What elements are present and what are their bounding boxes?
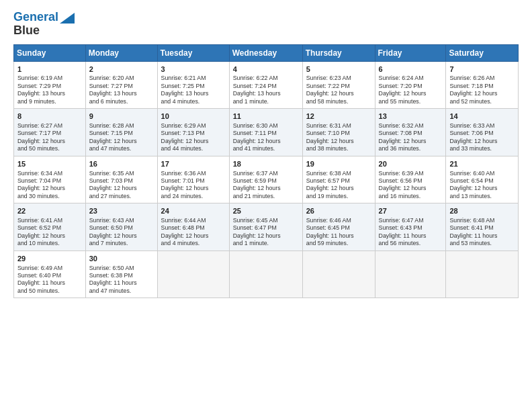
calendar-cell: 25Sunrise: 6:45 AM Sunset: 6:47 PM Dayli… bbox=[229, 203, 302, 251]
calendar-cell: 2Sunrise: 6:20 AM Sunset: 7:27 PM Daylig… bbox=[85, 61, 157, 109]
day-info: Sunrise: 6:22 AM Sunset: 7:24 PM Dayligh… bbox=[233, 75, 299, 105]
day-number: 5 bbox=[306, 64, 371, 75]
day-number: 13 bbox=[379, 111, 443, 122]
day-number: 14 bbox=[449, 111, 515, 122]
calendar-cell: 5Sunrise: 6:23 AM Sunset: 7:22 PM Daylig… bbox=[302, 61, 375, 109]
calendar-cell: 19Sunrise: 6:38 AM Sunset: 6:57 PM Dayli… bbox=[302, 156, 375, 203]
day-number: 23 bbox=[89, 206, 154, 216]
day-info: Sunrise: 6:38 AM Sunset: 6:57 PM Dayligh… bbox=[306, 170, 371, 201]
day-number: 24 bbox=[161, 206, 226, 216]
calendar-cell: 18Sunrise: 6:37 AM Sunset: 6:59 PM Dayli… bbox=[229, 156, 302, 203]
weekday-header: Sunday bbox=[14, 44, 86, 61]
day-info: Sunrise: 6:23 AM Sunset: 7:22 PM Dayligh… bbox=[306, 75, 371, 105]
day-number: 2 bbox=[89, 64, 154, 75]
day-number: 28 bbox=[449, 206, 515, 216]
day-info: Sunrise: 6:27 AM Sunset: 7:17 PM Dayligh… bbox=[17, 122, 82, 153]
day-info: Sunrise: 6:29 AM Sunset: 7:13 PM Dayligh… bbox=[161, 122, 226, 153]
day-number: 8 bbox=[17, 111, 82, 122]
calendar-cell: 7Sunrise: 6:26 AM Sunset: 7:18 PM Daylig… bbox=[446, 61, 519, 109]
logo-text: General bbox=[13, 11, 58, 24]
day-info: Sunrise: 6:45 AM Sunset: 6:47 PM Dayligh… bbox=[233, 217, 299, 248]
day-number: 25 bbox=[233, 206, 299, 216]
day-info: Sunrise: 6:21 AM Sunset: 7:25 PM Dayligh… bbox=[161, 75, 226, 105]
calendar-cell: 29Sunrise: 6:49 AM Sunset: 6:40 PM Dayli… bbox=[14, 250, 86, 298]
calendar-cell: 6Sunrise: 6:24 AM Sunset: 7:20 PM Daylig… bbox=[375, 61, 446, 109]
day-info: Sunrise: 6:47 AM Sunset: 6:43 PM Dayligh… bbox=[379, 217, 443, 248]
calendar: SundayMondayTuesdayWednesdayThursdayFrid… bbox=[13, 44, 519, 299]
calendar-cell: 15Sunrise: 6:34 AM Sunset: 7:04 PM Dayli… bbox=[14, 156, 86, 203]
day-info: Sunrise: 6:43 AM Sunset: 6:50 PM Dayligh… bbox=[89, 217, 154, 248]
day-number: 15 bbox=[17, 159, 82, 169]
day-info: Sunrise: 6:28 AM Sunset: 7:15 PM Dayligh… bbox=[89, 122, 154, 153]
day-number: 18 bbox=[233, 159, 299, 169]
logo-icon bbox=[60, 13, 75, 24]
calendar-week-row: 8Sunrise: 6:27 AM Sunset: 7:17 PM Daylig… bbox=[14, 109, 519, 156]
calendar-cell: 21Sunrise: 6:40 AM Sunset: 6:54 PM Dayli… bbox=[446, 156, 519, 203]
calendar-cell bbox=[302, 250, 375, 298]
page: General Blue SundayMondayTuesdayWednesda… bbox=[0, 0, 532, 411]
day-number: 7 bbox=[449, 64, 515, 75]
day-info: Sunrise: 6:34 AM Sunset: 7:04 PM Dayligh… bbox=[17, 170, 82, 201]
calendar-week-row: 29Sunrise: 6:49 AM Sunset: 6:40 PM Dayli… bbox=[14, 250, 519, 298]
calendar-header-row: SundayMondayTuesdayWednesdayThursdayFrid… bbox=[14, 44, 519, 61]
day-info: Sunrise: 6:40 AM Sunset: 6:54 PM Dayligh… bbox=[449, 170, 515, 201]
calendar-cell: 11Sunrise: 6:30 AM Sunset: 7:11 PM Dayli… bbox=[229, 109, 302, 156]
weekday-header: Tuesday bbox=[157, 44, 229, 61]
day-info: Sunrise: 6:31 AM Sunset: 7:10 PM Dayligh… bbox=[306, 122, 371, 153]
day-number: 12 bbox=[306, 111, 371, 122]
calendar-cell: 16Sunrise: 6:35 AM Sunset: 7:03 PM Dayli… bbox=[85, 156, 157, 203]
logo: General Blue bbox=[13, 11, 75, 38]
calendar-cell bbox=[229, 250, 302, 298]
logo-text2: Blue bbox=[13, 24, 40, 38]
day-number: 6 bbox=[379, 64, 443, 75]
calendar-cell: 3Sunrise: 6:21 AM Sunset: 7:25 PM Daylig… bbox=[157, 61, 229, 109]
day-info: Sunrise: 6:50 AM Sunset: 6:38 PM Dayligh… bbox=[89, 265, 154, 295]
weekday-header: Wednesday bbox=[229, 44, 302, 61]
weekday-header: Friday bbox=[375, 44, 446, 61]
day-info: Sunrise: 6:30 AM Sunset: 7:11 PM Dayligh… bbox=[233, 122, 299, 153]
calendar-cell: 12Sunrise: 6:31 AM Sunset: 7:10 PM Dayli… bbox=[302, 109, 375, 156]
calendar-cell: 4Sunrise: 6:22 AM Sunset: 7:24 PM Daylig… bbox=[229, 61, 302, 109]
calendar-cell: 8Sunrise: 6:27 AM Sunset: 7:17 PM Daylig… bbox=[14, 109, 86, 156]
calendar-cell: 1Sunrise: 6:19 AM Sunset: 7:29 PM Daylig… bbox=[14, 61, 86, 109]
day-number: 30 bbox=[89, 254, 154, 264]
day-number: 29 bbox=[17, 254, 82, 264]
day-info: Sunrise: 6:36 AM Sunset: 7:01 PM Dayligh… bbox=[161, 170, 226, 201]
day-info: Sunrise: 6:41 AM Sunset: 6:52 PM Dayligh… bbox=[17, 217, 82, 248]
calendar-cell: 20Sunrise: 6:39 AM Sunset: 6:56 PM Dayli… bbox=[375, 156, 446, 203]
calendar-cell: 26Sunrise: 6:46 AM Sunset: 6:45 PM Dayli… bbox=[302, 203, 375, 251]
day-info: Sunrise: 6:48 AM Sunset: 6:41 PM Dayligh… bbox=[449, 217, 515, 248]
calendar-cell: 22Sunrise: 6:41 AM Sunset: 6:52 PM Dayli… bbox=[14, 203, 86, 251]
day-number: 9 bbox=[89, 111, 154, 122]
day-info: Sunrise: 6:44 AM Sunset: 6:48 PM Dayligh… bbox=[161, 217, 226, 248]
calendar-week-row: 15Sunrise: 6:34 AM Sunset: 7:04 PM Dayli… bbox=[14, 156, 519, 203]
day-number: 1 bbox=[17, 64, 82, 75]
day-number: 10 bbox=[161, 111, 226, 122]
calendar-cell bbox=[157, 250, 229, 298]
day-info: Sunrise: 6:37 AM Sunset: 6:59 PM Dayligh… bbox=[233, 170, 299, 201]
calendar-cell: 14Sunrise: 6:33 AM Sunset: 7:06 PM Dayli… bbox=[446, 109, 519, 156]
day-number: 3 bbox=[161, 64, 226, 75]
header: General Blue bbox=[13, 11, 519, 38]
weekday-header: Thursday bbox=[302, 44, 375, 61]
weekday-header: Monday bbox=[85, 44, 157, 61]
svg-marker-0 bbox=[60, 13, 75, 24]
day-info: Sunrise: 6:24 AM Sunset: 7:20 PM Dayligh… bbox=[379, 75, 443, 105]
weekday-header: Saturday bbox=[446, 44, 519, 61]
day-info: Sunrise: 6:19 AM Sunset: 7:29 PM Dayligh… bbox=[17, 75, 82, 105]
day-info: Sunrise: 6:39 AM Sunset: 6:56 PM Dayligh… bbox=[379, 170, 443, 201]
day-number: 20 bbox=[379, 159, 443, 169]
day-info: Sunrise: 6:33 AM Sunset: 7:06 PM Dayligh… bbox=[449, 122, 515, 153]
calendar-cell bbox=[446, 250, 519, 298]
calendar-cell: 28Sunrise: 6:48 AM Sunset: 6:41 PM Dayli… bbox=[446, 203, 519, 251]
day-info: Sunrise: 6:46 AM Sunset: 6:45 PM Dayligh… bbox=[306, 217, 371, 248]
calendar-cell: 9Sunrise: 6:28 AM Sunset: 7:15 PM Daylig… bbox=[85, 109, 157, 156]
calendar-cell: 17Sunrise: 6:36 AM Sunset: 7:01 PM Dayli… bbox=[157, 156, 229, 203]
day-number: 21 bbox=[449, 159, 515, 169]
day-number: 17 bbox=[161, 159, 226, 169]
day-number: 11 bbox=[233, 111, 299, 122]
calendar-cell: 10Sunrise: 6:29 AM Sunset: 7:13 PM Dayli… bbox=[157, 109, 229, 156]
calendar-cell: 13Sunrise: 6:32 AM Sunset: 7:08 PM Dayli… bbox=[375, 109, 446, 156]
day-number: 27 bbox=[379, 206, 443, 216]
calendar-cell bbox=[375, 250, 446, 298]
